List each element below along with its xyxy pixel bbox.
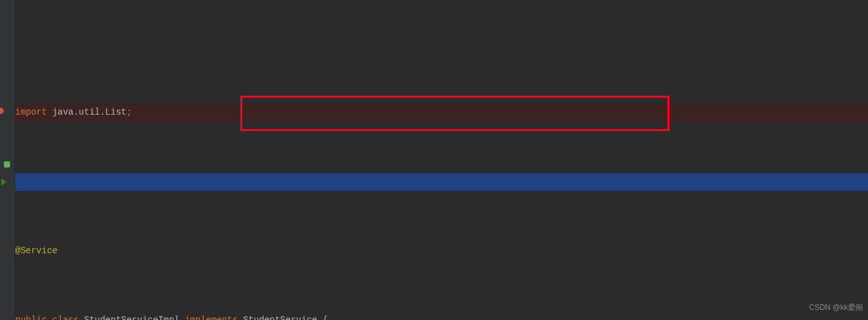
punct: ; [126, 107, 131, 117]
code-line [15, 173, 868, 191]
exec-arrow-icon [1, 178, 6, 186]
gutter [0, 0, 14, 320]
keyword: import [15, 107, 47, 117]
class-name: StudentServiceImpl [84, 315, 179, 320]
annotation: @Service [15, 246, 57, 256]
brace: { [322, 315, 327, 320]
keyword: class [52, 315, 79, 320]
interface-name: StudentService [243, 315, 317, 320]
keyword: public [15, 315, 47, 320]
watermark: CSDN @kk爱闹 [809, 299, 863, 317]
keyword: implements [185, 315, 238, 320]
code-line: @Service [15, 243, 868, 260]
import-path: java.util.List [52, 107, 127, 117]
code-editor[interactable]: import java.util.List; @Service public c… [15, 0, 868, 320]
breakpoint-icon[interactable] [0, 108, 4, 114]
override-icon[interactable] [4, 161, 10, 168]
code-line: import java.util.List; [15, 104, 868, 122]
code-line: public class StudentServiceImpl implemen… [15, 312, 868, 320]
